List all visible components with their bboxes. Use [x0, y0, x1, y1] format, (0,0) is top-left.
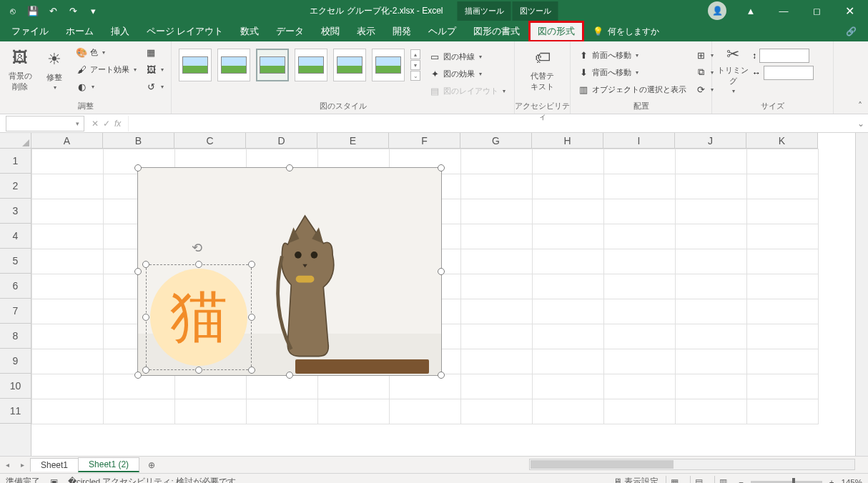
row-header[interactable]: 11	[0, 399, 31, 424]
row-header[interactable]: 6	[0, 274, 31, 299]
style-preset-4[interactable]	[295, 49, 327, 81]
zoom-out-button[interactable]: −	[739, 478, 744, 484]
col-header[interactable]: G	[460, 133, 532, 148]
tab-shape-format[interactable]: 図形の書式	[465, 21, 528, 41]
row-header[interactable]: 9	[0, 349, 31, 374]
maximize-button[interactable]: ◻	[801, 0, 832, 21]
collapse-ribbon[interactable]: ˄	[858, 101, 862, 111]
new-sheet-button[interactable]: ⊕	[143, 460, 160, 470]
rotation-handle[interactable]: ⟲	[192, 240, 206, 254]
row-header[interactable]: 8	[0, 324, 31, 349]
row-header[interactable]: 7	[0, 299, 31, 324]
shape-height-input[interactable]	[759, 49, 809, 63]
zoom-in-button[interactable]: +	[829, 478, 834, 484]
reset-picture-button[interactable]: ↺▾	[142, 79, 167, 94]
ribbon-display-options[interactable]: ▲	[735, 0, 766, 21]
enter-formula-icon[interactable]: ✓	[103, 119, 110, 129]
row-header[interactable]: 3	[0, 199, 31, 224]
close-button[interactable]: ✕	[834, 0, 865, 21]
remove-background-button[interactable]: 🖼 背景の 削除	[4, 44, 36, 94]
style-preset-5[interactable]	[333, 49, 366, 81]
vertical-scrollbar[interactable]	[855, 133, 868, 456]
crop-button[interactable]: ✂ トリミング▾	[716, 44, 749, 94]
selected-shape-circle[interactable]: 猫 ⟲	[146, 264, 252, 370]
col-header[interactable]: J	[675, 133, 746, 148]
transparency-button[interactable]: ◐▾	[73, 79, 139, 94]
tab-developer[interactable]: 開発	[384, 21, 420, 41]
tab-help[interactable]: ヘルプ	[420, 21, 465, 41]
style-preset-1[interactable]	[179, 49, 212, 81]
alt-text-button[interactable]: 🏷 代替テ キスト	[526, 44, 559, 94]
send-backward-button[interactable]: ⬇背面へ移動▾	[575, 64, 689, 80]
compress-pictures-button[interactable]: ▦	[142, 44, 167, 60]
account-avatar[interactable]: 👤	[708, 1, 726, 20]
sheet-nav-prev[interactable]: ◂	[0, 461, 15, 469]
sheet-nav-next[interactable]: ▸	[15, 461, 30, 469]
tab-home[interactable]: ホーム	[57, 21, 102, 41]
gallery-scroll[interactable]: ▴▾⌄	[410, 49, 420, 81]
sheet-tab-active[interactable]: Sheet1 (2)	[78, 457, 139, 472]
zoom-level[interactable]: 145%	[842, 478, 862, 484]
macro-record-icon[interactable]: ▣	[50, 477, 58, 484]
col-header[interactable]: C	[174, 133, 246, 148]
row-header[interactable]: 4	[0, 224, 31, 249]
col-header[interactable]: A	[31, 133, 103, 148]
expand-formula-bar[interactable]: ⌄	[854, 119, 868, 129]
artistic-effects-button[interactable]: 🖌アート効果▾	[73, 61, 139, 77]
row-header[interactable]: 10	[0, 374, 31, 399]
style-preset-3[interactable]	[256, 49, 289, 81]
col-header[interactable]: F	[389, 133, 460, 148]
row-header[interactable]: 5	[0, 249, 31, 274]
selection-pane-button[interactable]: ▥オブジェクトの選択と表示	[575, 81, 689, 97]
picture-effects-button[interactable]: ✦図の効果▾	[426, 66, 508, 81]
col-header[interactable]: E	[317, 133, 389, 148]
accessibility-status[interactable]: �circled アクセシビリティ: 検討が必要です	[68, 477, 236, 483]
redo-button[interactable]: ↷	[64, 2, 82, 19]
tell-me-search[interactable]: 💡 何をしますか	[593, 21, 659, 41]
col-header[interactable]: B	[103, 133, 174, 148]
chevron-down-icon[interactable]: ▾	[76, 120, 79, 127]
tab-insert[interactable]: 挿入	[102, 21, 138, 41]
page-layout-view-button[interactable]: ▤	[690, 476, 707, 484]
picture-border-button[interactable]: ▭図の枠線▾	[426, 49, 508, 64]
undo-button[interactable]: ↶	[44, 2, 61, 19]
style-preset-2[interactable]	[217, 49, 250, 81]
tab-data[interactable]: データ	[267, 21, 312, 41]
col-header[interactable]: H	[532, 133, 603, 148]
col-header[interactable]: K	[746, 133, 818, 148]
row-header[interactable]: 2	[0, 174, 31, 199]
tab-page-layout[interactable]: ページ レイアウト	[138, 21, 232, 41]
picture-color-button[interactable]: 🎨色▾	[73, 44, 139, 60]
row-header[interactable]: 1	[0, 149, 31, 174]
tab-file[interactable]: ファイル	[3, 21, 57, 41]
horizontal-scrollbar[interactable]	[529, 459, 855, 470]
tab-formulas[interactable]: 数式	[232, 21, 267, 41]
contextual-tab-picture-tools[interactable]: 図ツール	[513, 1, 558, 21]
name-box[interactable]: ▾	[6, 116, 84, 131]
tab-view[interactable]: 表示	[348, 21, 384, 41]
bring-forward-button[interactable]: ⬆前面へ移動▾	[575, 47, 689, 63]
fx-icon[interactable]: fx	[114, 119, 121, 129]
shape-width-input[interactable]	[764, 66, 814, 80]
tab-review[interactable]: 校閲	[312, 21, 348, 41]
cells-grid[interactable]: 猫 ⟲	[31, 149, 855, 456]
cancel-formula-icon[interactable]: ✕	[92, 119, 99, 129]
corrections-button[interactable]: ☀ 修整▾	[39, 44, 70, 94]
col-header[interactable]: D	[246, 133, 317, 148]
style-preset-6[interactable]	[372, 49, 405, 81]
select-all-corner[interactable]	[0, 133, 31, 149]
save-button[interactable]: 💾	[24, 2, 41, 19]
qat-customize[interactable]: ▾	[84, 2, 102, 19]
display-settings[interactable]: 🖥 表示設定	[613, 477, 659, 483]
normal-view-button[interactable]: ▦	[666, 476, 683, 484]
page-break-view-button[interactable]: ▥	[714, 476, 731, 484]
zoom-slider[interactable]	[751, 481, 822, 484]
tab-picture-format[interactable]: 図の形式	[528, 21, 584, 42]
contextual-tab-drawing-tools[interactable]: 描画ツール	[458, 1, 511, 21]
autosave-toggle[interactable]: ⎋	[4, 2, 21, 19]
formula-input[interactable]	[128, 116, 854, 131]
change-picture-button[interactable]: 🖼▾	[142, 61, 167, 77]
picture-styles-gallery[interactable]: ▴▾⌄	[176, 44, 423, 86]
minimize-button[interactable]: —	[768, 0, 799, 21]
sheet-tab[interactable]: Sheet1	[30, 458, 79, 472]
